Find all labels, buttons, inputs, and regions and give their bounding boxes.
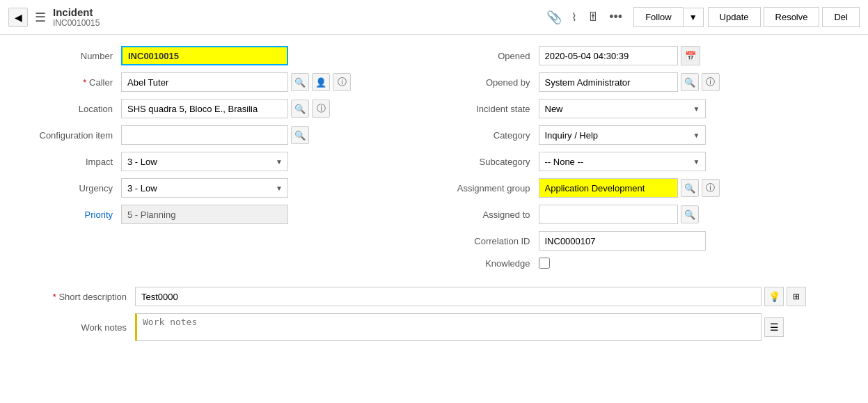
location-input[interactable]: [121, 99, 288, 118]
opened-by-search-button[interactable]: 🔍: [681, 73, 699, 91]
knowledge-checkbox[interactable]: [539, 258, 550, 269]
location-row: Location 🔍 ⓘ: [17, 99, 434, 118]
follow-dropdown-button[interactable]: ▼: [683, 8, 704, 27]
caller-info-button[interactable]: ⓘ: [333, 73, 351, 91]
page-title: Incident: [53, 6, 100, 18]
correlation-id-input[interactable]: [539, 231, 706, 251]
incident-number: INC0010015: [53, 18, 100, 28]
delete-button[interactable]: Del: [822, 7, 860, 27]
priority-input-wrap: [121, 205, 288, 224]
urgency-select-wrap: 1 - High 2 - Medium 3 - Low: [121, 178, 288, 198]
knowledge-row: Knowledge: [434, 258, 852, 269]
assignment-group-row: Assignment group 🔍 ⓘ: [434, 178, 852, 198]
assigned-to-label: Assigned to: [434, 210, 539, 220]
work-notes-label: Work notes: [17, 322, 135, 333]
incident-state-row: Incident state New In Progress On Hold R…: [434, 99, 852, 118]
subcategory-select-container: -- None --: [539, 152, 706, 171]
assigned-to-row: Assigned to 🔍: [434, 205, 852, 224]
number-input[interactable]: [121, 46, 288, 65]
opened-input[interactable]: [539, 46, 678, 65]
location-info-button[interactable]: ⓘ: [312, 100, 330, 118]
assigned-to-input-wrap: 🔍: [539, 205, 699, 224]
number-label: Number: [17, 51, 121, 61]
impact-row: Impact 1 - High 2 - Medium 3 - Low: [17, 152, 434, 171]
assignment-group-search-button[interactable]: 🔍: [681, 179, 699, 197]
number-row: Number: [17, 46, 434, 65]
impact-label: Impact: [17, 157, 121, 167]
pulse-icon[interactable]: ⌇: [571, 10, 577, 24]
header-icons: 📎 ⌇ 🎚 •••: [546, 10, 622, 25]
impact-select[interactable]: 1 - High 2 - Medium 3 - Low: [121, 152, 288, 171]
opened-by-input[interactable]: [539, 72, 678, 92]
subcategory-row: Subcategory -- None --: [434, 152, 852, 171]
incident-title: Incident INC0010015: [53, 6, 100, 28]
short-description-input[interactable]: [135, 287, 762, 306]
urgency-select[interactable]: 1 - High 2 - Medium 3 - Low: [121, 178, 288, 198]
work-notes-row: Work notes ☰: [17, 313, 851, 341]
assignment-group-label: Assignment group: [434, 183, 539, 193]
config-item-label: Configuration item: [17, 130, 121, 141]
priority-label[interactable]: Priority: [17, 210, 121, 220]
work-notes-textarea[interactable]: [135, 313, 762, 341]
category-label: Category: [434, 130, 539, 141]
short-description-lightbulb-button[interactable]: 💡: [764, 287, 784, 306]
assignment-group-input[interactable]: [539, 178, 678, 198]
caller-person-button[interactable]: 👤: [312, 73, 330, 91]
dots-icon[interactable]: •••: [609, 10, 622, 24]
caller-search-button[interactable]: 🔍: [291, 73, 309, 91]
back-button[interactable]: ◀: [8, 8, 28, 27]
caller-input[interactable]: [121, 72, 288, 92]
form-container: Number Caller 🔍 👤 ⓘ Location 🔍 ⓘ: [0, 35, 868, 287]
assignment-group-info-button[interactable]: ⓘ: [702, 179, 720, 197]
paperclip-icon[interactable]: 📎: [546, 10, 562, 25]
header-left: ◀ ☰ Incident INC0010015: [8, 6, 546, 28]
incident-state-label: Incident state: [434, 104, 539, 114]
assigned-to-search-button[interactable]: 🔍: [681, 205, 699, 223]
config-item-input[interactable]: [121, 125, 288, 145]
hamburger-icon[interactable]: ☰: [35, 10, 46, 25]
urgency-label: Urgency: [17, 183, 121, 193]
correlation-id-row: Correlation ID: [434, 231, 852, 251]
opened-calendar-button[interactable]: 📅: [681, 46, 700, 65]
impact-select-wrap: 1 - High 2 - Medium 3 - Low: [121, 152, 288, 171]
update-button[interactable]: Update: [708, 7, 761, 27]
config-item-input-wrap: 🔍: [121, 125, 309, 145]
header-buttons: Follow ▼ Update Resolve Del: [633, 7, 860, 27]
opened-by-input-wrap: 🔍 ⓘ: [539, 72, 720, 92]
form-right: Opened 📅 Opened by 🔍 ⓘ Incident state Ne…: [434, 46, 852, 276]
caller-label: Caller: [17, 77, 121, 88]
short-description-template-button[interactable]: ⊞: [787, 287, 806, 306]
location-label: Location: [17, 104, 121, 114]
config-item-search-button[interactable]: 🔍: [291, 126, 309, 144]
follow-button[interactable]: Follow: [633, 7, 683, 27]
correlation-id-label: Correlation ID: [434, 236, 539, 246]
urgency-row: Urgency 1 - High 2 - Medium 3 - Low: [17, 178, 434, 198]
opened-label: Opened: [434, 51, 539, 61]
short-description-row: Short description 💡 ⊞: [17, 287, 851, 306]
caller-row: Caller 🔍 👤 ⓘ: [17, 72, 434, 92]
work-notes-menu-button[interactable]: ☰: [764, 317, 784, 337]
caller-input-wrap: 🔍 👤 ⓘ: [121, 72, 351, 92]
opened-row: Opened 📅: [434, 46, 852, 65]
category-select-wrap: Software Hardware Network Inquiry / Help…: [539, 125, 706, 145]
incident-state-select[interactable]: New In Progress On Hold Resolved Closed …: [539, 99, 706, 118]
urgency-select-container: 1 - High 2 - Medium 3 - Low: [121, 178, 288, 198]
category-row: Category Software Hardware Network Inqui…: [434, 125, 852, 145]
category-select-container: Software Hardware Network Inquiry / Help…: [539, 125, 706, 145]
assigned-to-input[interactable]: [539, 205, 678, 224]
config-item-row: Configuration item 🔍: [17, 125, 434, 145]
correlation-id-input-wrap: [539, 231, 706, 251]
opened-input-wrap: 📅: [539, 46, 700, 65]
priority-row: Priority: [17, 205, 434, 224]
location-input-wrap: 🔍 ⓘ: [121, 99, 330, 118]
location-search-button[interactable]: 🔍: [291, 100, 309, 118]
impact-select-container: 1 - High 2 - Medium 3 - Low: [121, 152, 288, 171]
category-select[interactable]: Software Hardware Network Inquiry / Help…: [539, 125, 706, 145]
resolve-button[interactable]: Resolve: [764, 7, 820, 27]
subcategory-select[interactable]: -- None --: [539, 152, 706, 171]
opened-by-info-button[interactable]: ⓘ: [702, 73, 720, 91]
form-left: Number Caller 🔍 👤 ⓘ Location 🔍 ⓘ: [17, 46, 434, 276]
assignment-group-input-wrap: 🔍 ⓘ: [539, 178, 720, 198]
sliders-icon[interactable]: 🎚: [587, 10, 599, 24]
opened-by-row: Opened by 🔍 ⓘ: [434, 72, 852, 92]
